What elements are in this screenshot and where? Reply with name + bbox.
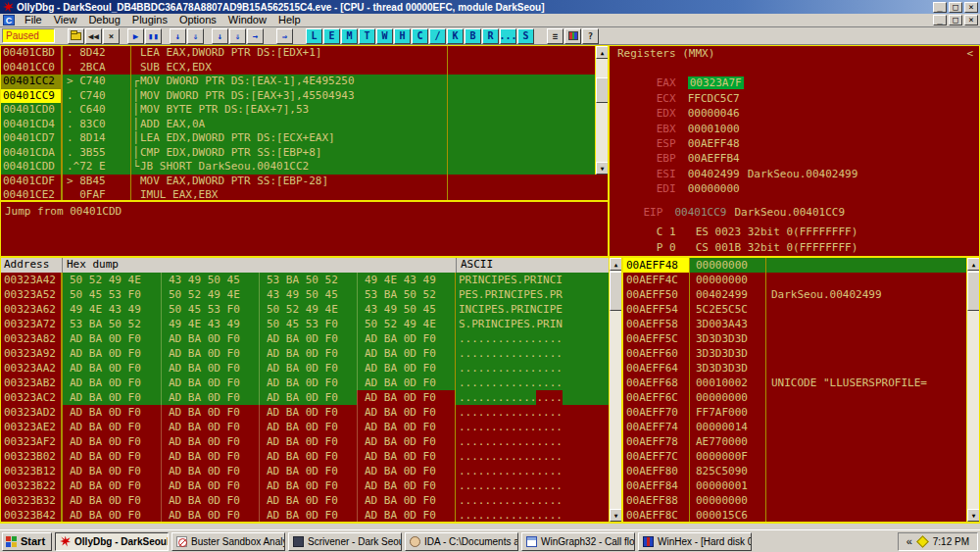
dump-row[interactable]: 00323AB2 AD BA 0D F0 AD BA 0D F0 AD BA 0… (1, 376, 621, 390)
dump-row[interactable]: 00323B02 AD BA 0D F0 AD BA 0D F0 AD BA 0… (1, 449, 621, 464)
minimize-button[interactable]: _ (933, 2, 947, 13)
disasm-row[interactable]: 00401CDF > 8B45 MOV EAX,DWORD PTR SS:[EB… (1, 175, 608, 189)
execute-till-return-button[interactable]: → (247, 28, 264, 44)
view-call-stack-button[interactable]: K (447, 28, 464, 44)
stack-row[interactable]: 00AEFF8C 000015C6 (623, 508, 979, 523)
dump-row[interactable]: 00323B22 AD BA 0D F0 AD BA 0D F0 AD BA 0… (1, 478, 621, 493)
task-scrivener[interactable]: Scrivener - Dark Seoul A... (288, 532, 402, 551)
close-button[interactable]: × (964, 2, 978, 13)
stack-row[interactable]: 00AEFF7C 0000000F (623, 449, 979, 464)
open-file-button[interactable] (68, 28, 84, 44)
view-handles-button[interactable]: H (394, 28, 411, 44)
disasm-row[interactable]: 00401CC9 . C740 │ MOV DWORD PTR DS:[EAX+… (1, 89, 608, 104)
dump-scrollbar[interactable]: ▲ ▼ (609, 258, 621, 522)
registers-collapse-button[interactable]: < (966, 46, 973, 61)
stack-row[interactable]: 00AEFF88 00000000 (623, 493, 979, 508)
windows-list-button[interactable]: ≡ (547, 28, 564, 44)
trace-over-button[interactable]: ⇓ (229, 28, 246, 44)
go-to-button[interactable]: ⇒ (276, 28, 293, 44)
menu-file[interactable]: File (19, 14, 48, 26)
stack-row[interactable]: 00AEFF60 3D3D3D3D (623, 346, 979, 361)
dump-row[interactable]: 00323A52 50 45 53 F0 50 52 49 4E 43 49 5… (1, 287, 621, 302)
disasm-row[interactable]: 00401CDD .^72 E └ JB SHORT DarkSeou.0040… (1, 160, 608, 175)
dump-row[interactable]: 00323B12 AD BA 0D F0 AD BA 0D F0 AD BA 0… (1, 464, 621, 478)
disasm-row[interactable]: 00401CE2 0FAF IMUL EAX,EBX (1, 188, 608, 201)
dump-row[interactable]: 00323A82 AD BA 0D F0 AD BA 0D F0 AD BA 0… (1, 331, 621, 346)
stack-row[interactable]: 00AEFF80 825C5090 (623, 464, 979, 478)
trace-into-button[interactable]: ↓ (212, 28, 228, 44)
start-button[interactable]: Start (2, 532, 52, 551)
menu-help[interactable]: Help (272, 14, 307, 26)
scrollbar-thumb[interactable] (967, 272, 980, 311)
disasm-row[interactable]: 00401CC0 . 2BCA SUB ECX,EDX (1, 61, 608, 75)
view-threads-button[interactable]: T (359, 28, 375, 44)
dump-row[interactable]: 00323AC2 AD BA 0D F0 AD BA 0D F0 AD BA 0… (1, 390, 621, 405)
stack-scrollbar[interactable]: ▲ ▼ (966, 258, 979, 522)
dump-row[interactable]: 00323AE2 AD BA 0D F0 AD BA 0D F0 AD BA 0… (1, 420, 621, 434)
stack-row[interactable]: 00AEFF78 AE770000 (623, 434, 979, 449)
task-wingraph[interactable]: WinGraph32 - Call flow o... (521, 532, 635, 551)
stack-row[interactable]: 00AEFF84 00000001 (623, 478, 979, 493)
scroll-down-icon[interactable]: ▼ (967, 509, 980, 522)
help-button[interactable]: ? (582, 28, 599, 44)
task-winhex[interactable]: WinHex - [Hard disk 0] (638, 532, 752, 551)
child-restore-button[interactable]: □ (949, 15, 962, 25)
stack-row[interactable]: 00AEFF6C 00000000 (623, 390, 979, 405)
close-program-button[interactable]: × (103, 28, 120, 44)
view-log-button[interactable]: L (306, 28, 322, 44)
run-button[interactable]: ▶ (127, 28, 144, 44)
stack-row[interactable]: 00AEFF48 00000000 (623, 258, 979, 273)
stack-row[interactable]: 00AEFF50 00402499 DarkSeou.00402499 (623, 287, 979, 302)
task-ollydbg[interactable]: OllyDbg - DarkSeoul_... (55, 532, 169, 551)
dump-row[interactable]: 00323A72 53 BA 50 52 49 4E 43 49 50 45 5… (1, 317, 621, 331)
stack-row[interactable]: 00AEFF74 00000014 (623, 420, 979, 434)
stack-row[interactable]: 00AEFF5C 3D3D3D3D (623, 331, 979, 346)
stack-row[interactable]: 00AEFF4C 00000000 (623, 273, 979, 287)
stack-row[interactable]: 00AEFF70 FF7AF000 (623, 405, 979, 420)
menu-window[interactable]: Window (222, 14, 272, 26)
view-cpu-button[interactable]: C (412, 28, 428, 44)
scroll-down-icon[interactable]: ▼ (610, 509, 622, 522)
disasm-row[interactable]: 00401CD4 . 83C0 │ ADD EAX,0A (1, 118, 608, 132)
disasm-row[interactable]: 00401CDA . 3B55 │ CMP EDX,DWORD PTR SS:[… (1, 146, 608, 161)
dump-row[interactable]: 00323A42 50 52 49 4E 43 49 50 45 53 BA 5… (1, 273, 621, 287)
tray-diamond-icon[interactable] (916, 535, 929, 548)
disasm-row[interactable]: 00401CBD . 8D42 LEA EAX,DWORD PTR DS:[ED… (1, 46, 608, 61)
scroll-up-icon[interactable]: ▲ (596, 46, 609, 59)
stack-row[interactable]: 00AEFF68 00010002 UNICODE "LLUSERSPROFIL… (623, 376, 979, 390)
restore-button[interactable]: □ (949, 2, 962, 13)
scroll-up-icon[interactable]: ▲ (610, 258, 622, 271)
menu-debug[interactable]: Debug (82, 14, 125, 26)
appearance-button[interactable] (564, 28, 581, 44)
step-over-button[interactable]: ⇓ (187, 28, 204, 44)
menu-plugins[interactable]: Plugins (126, 14, 173, 26)
view-run-trace-button[interactable]: ... (500, 28, 516, 44)
stack-row[interactable]: 00AEFF54 5C2E5C5C (623, 302, 979, 317)
view-source-button[interactable]: S (517, 28, 534, 44)
task-ida[interactable]: IDA - C:\Documents and ... (405, 532, 518, 551)
disasm-row[interactable]: 00401CD0 . C640 │ MOV BYTE PTR DS:[EAX+7… (1, 103, 608, 118)
menu-view[interactable]: View (48, 14, 83, 26)
stack-row[interactable]: 00AEFF64 3D3D3D3D (623, 361, 979, 376)
stack-row[interactable]: 00AEFF58 3D003A43 (623, 317, 979, 331)
scrollbar-thumb[interactable] (610, 272, 622, 311)
view-memory-button[interactable]: M (341, 28, 358, 44)
dump-row[interactable]: 00323A62 49 4E 43 49 50 45 53 F0 50 52 4… (1, 302, 621, 317)
disasm-row[interactable]: 00401CD7 . 8D14 │ LEA EDX,DWORD PTR DS:[… (1, 131, 608, 146)
disassembly-scrollbar[interactable]: ▲ ▼ (595, 46, 608, 175)
view-windows-button[interactable]: W (376, 28, 393, 44)
disasm-row[interactable]: 00401CC2 > C740 ┌ MOV DWORD PTR DS:[EAX-… (1, 75, 608, 89)
scroll-down-icon[interactable]: ▼ (596, 162, 609, 175)
view-executables-button[interactable]: E (323, 28, 340, 44)
view-references-button[interactable]: R (482, 28, 499, 44)
pause-button[interactable]: ▮▮ (145, 28, 162, 44)
child-close-button[interactable]: × (964, 15, 978, 25)
dump-row[interactable]: 00323B42 AD BA 0D F0 AD BA 0D F0 AD BA 0… (1, 508, 621, 523)
dump-row[interactable]: 00323B32 AD BA 0D F0 AD BA 0D F0 AD BA 0… (1, 493, 621, 508)
scrollbar-thumb[interactable] (596, 77, 609, 103)
menu-options[interactable]: Options (173, 14, 222, 26)
register-row[interactable]: EAX00323A7F (610, 61, 979, 75)
view-patches-button[interactable]: / (429, 28, 446, 44)
task-buster-sandbox[interactable]: Buster Sandbox Analyzer (172, 532, 285, 551)
dump-row[interactable]: 00323AA2 AD BA 0D F0 AD BA 0D F0 AD BA 0… (1, 361, 621, 376)
